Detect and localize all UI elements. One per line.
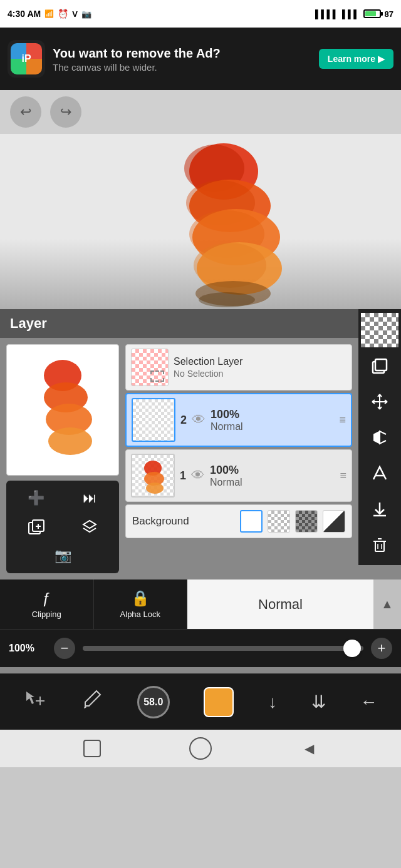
layer-2-blend: Normal xyxy=(211,421,334,432)
brush-icon xyxy=(80,688,103,715)
background-dark-swatch[interactable] xyxy=(295,510,318,533)
select-icon xyxy=(23,688,46,711)
vpn-icon: V xyxy=(72,9,78,19)
download-icon xyxy=(370,499,389,518)
delete-button[interactable] xyxy=(361,527,398,561)
right-sidebar xyxy=(358,309,401,565)
camera-button[interactable]: 📷 xyxy=(10,542,115,569)
flatten-icon xyxy=(81,518,98,536)
opacity-handle[interactable] xyxy=(343,640,361,657)
opacity-value: 100% xyxy=(9,643,46,654)
home-back-icon: ◀ xyxy=(305,741,314,756)
layer-row-2[interactable]: 2 👁 100% Normal ≡ xyxy=(125,393,352,447)
gummy-bear-drawing xyxy=(120,134,321,309)
layer-1-blend: Normal xyxy=(210,477,335,488)
current-blend-mode: Normal xyxy=(258,596,303,613)
bottom-controls: ƒ Clipping 🔒 Alpha Lock Normal ▲ 100% − … xyxy=(0,580,401,667)
add-layer-button[interactable]: ➕ xyxy=(10,484,62,512)
background-half-swatch[interactable] xyxy=(323,510,345,533)
transform-button[interactable] xyxy=(361,456,398,490)
back-button[interactable]: ← xyxy=(360,692,378,712)
layer-copy-button[interactable] xyxy=(361,349,398,383)
undo-button[interactable]: ↩ xyxy=(10,96,41,128)
no-selection-label: No Selection xyxy=(174,369,242,379)
layer-2-opacity: 100% xyxy=(211,408,334,421)
move-button[interactable] xyxy=(361,384,398,419)
merge-button[interactable]: ⏭ xyxy=(63,484,115,512)
status-left: 4:30 AM 📶 ⏰ V 📷 xyxy=(8,9,91,19)
layer-preview-thumb xyxy=(6,344,119,476)
ad-subtitle: The canvas will be wider. xyxy=(53,62,311,73)
time-label: 4:30 AM xyxy=(8,9,41,19)
brush-circle: 58.0 xyxy=(137,686,170,718)
layer-2-thumb xyxy=(132,398,175,442)
selection-layer-row[interactable]: Selection Layer No Selection xyxy=(125,344,352,391)
trash-icon xyxy=(370,535,389,554)
camera-mic-icon: 📷 xyxy=(81,9,91,19)
layer-2-info: 100% Normal xyxy=(211,408,334,432)
background-checker-swatch[interactable] xyxy=(268,510,290,533)
layer-header: Layer xyxy=(0,309,401,338)
copy-icon xyxy=(370,357,389,375)
commit-button[interactable]: ↓ xyxy=(268,692,277,712)
learn-more-button[interactable]: Learn more ▶ xyxy=(319,49,393,69)
alarm-icon: ⏰ xyxy=(58,9,68,19)
brush-size-button[interactable]: 58.0 xyxy=(137,686,170,718)
opacity-minus-button[interactable]: − xyxy=(54,638,75,659)
selection-layer-label: Selection Layer xyxy=(174,356,242,367)
background-row[interactable]: Background xyxy=(125,504,352,538)
layer-1-menu-icon[interactable]: ≡ xyxy=(340,469,346,483)
svg-point-22 xyxy=(48,427,92,455)
brush-svg xyxy=(80,688,103,711)
new-layer-button[interactable] xyxy=(10,513,62,541)
thumb-drawing xyxy=(19,354,107,466)
alpha-lock-label: Alpha Lock xyxy=(120,610,160,619)
home-circle-button[interactable] xyxy=(188,736,213,761)
color-swatch-button[interactable] xyxy=(204,687,234,717)
alpha-lock-button[interactable]: 🔒 Alpha Lock xyxy=(94,580,188,629)
cell-signal-icon: ▌▌▌▌ xyxy=(315,9,338,19)
status-bar: 4:30 AM 📶 ⏰ V 📷 ▌▌▌▌ ▌▌▌ 87 xyxy=(0,0,401,28)
checkerboard-button[interactable] xyxy=(361,313,398,347)
color-swatch xyxy=(204,687,234,717)
layer-title: Layer xyxy=(10,315,47,332)
layer-row-1[interactable]: 1 👁 100% Normal ≡ xyxy=(125,449,352,502)
opacity-plus-button[interactable]: + xyxy=(371,638,392,659)
layer-left: ➕ ⏭ 📷 xyxy=(6,344,119,573)
download-button[interactable] xyxy=(361,491,398,526)
battery-label: 87 xyxy=(385,9,393,19)
redo-button[interactable]: ↪ xyxy=(50,96,81,128)
bottom-toolbar: 58.0 ↓ ⇊ ← xyxy=(0,673,401,730)
signal-icon: 📶 xyxy=(44,9,54,18)
layer-panel: Layer xyxy=(0,309,401,673)
flatten-button[interactable] xyxy=(63,513,115,541)
home-circle-icon xyxy=(189,737,212,760)
layer-2-num: 2 xyxy=(180,414,187,427)
home-square-button[interactable] xyxy=(80,736,105,761)
clipping-button[interactable]: ƒ Clipping xyxy=(0,580,94,629)
background-white-swatch[interactable] xyxy=(240,510,263,533)
layer-1-thumb xyxy=(131,454,175,498)
transform-tool-button[interactable] xyxy=(23,688,46,715)
battery-icon xyxy=(363,9,381,18)
commit-icon: ↓ xyxy=(268,692,277,712)
flip-button[interactable] xyxy=(361,420,398,454)
svg-rect-11 xyxy=(375,359,387,370)
blend-chevron-button[interactable]: ▲ xyxy=(373,580,401,629)
collapse-button[interactable]: ⇊ xyxy=(311,692,326,712)
back-icon: ← xyxy=(360,692,378,712)
alpha-lock-icon: 🔒 xyxy=(131,590,150,607)
layer-2-eye-icon[interactable]: 👁 xyxy=(192,412,206,428)
new-layer-icon xyxy=(28,518,45,536)
layer-1-eye-icon[interactable]: 👁 xyxy=(191,467,205,484)
opacity-slider[interactable] xyxy=(83,646,363,651)
layer-2-menu-icon[interactable]: ≡ xyxy=(339,414,346,427)
brush-tool-button[interactable] xyxy=(80,688,103,715)
opacity-row: 100% − + xyxy=(0,630,401,667)
home-back-button[interactable]: ◀ xyxy=(296,736,321,761)
ad-logo: iP xyxy=(8,40,45,78)
move-icon xyxy=(370,392,389,411)
toolbar-row: ↩ ↪ xyxy=(0,90,401,134)
layer-main: ➕ ⏭ 📷 xyxy=(6,344,352,573)
layer-actions: ➕ ⏭ 📷 xyxy=(6,481,119,573)
